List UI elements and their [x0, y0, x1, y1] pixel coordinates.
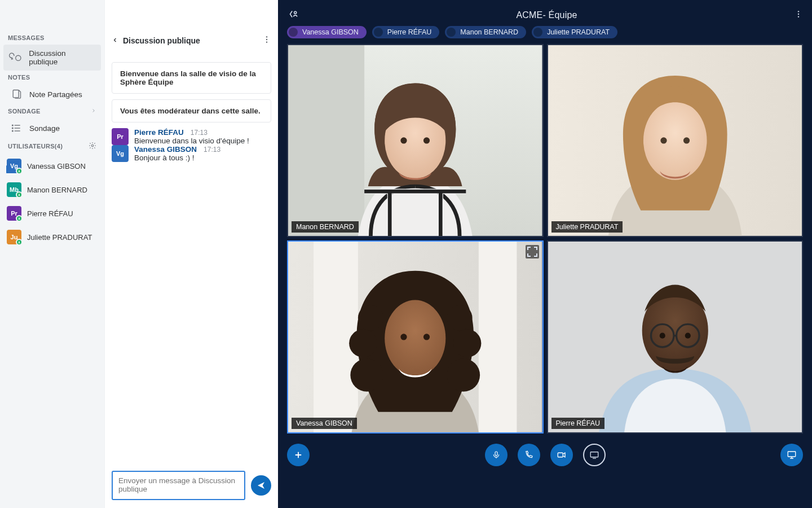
svg-point-32: [385, 300, 445, 376]
sidebar-item-notes-label: Note Partagées: [29, 90, 82, 99]
sidebar-item-discussion[interactable]: Discussion publique: [3, 45, 101, 71]
chat-panel: Discussion publique Bienvenue dans la sa…: [104, 0, 278, 508]
svg-rect-43: [590, 452, 598, 457]
avatar: Pr: [112, 128, 129, 145]
svg-rect-41: [495, 452, 497, 456]
video-panel: ACME- Équipe Vanessa GIBSONPierre RÉFAUM…: [278, 0, 812, 508]
svg-point-29: [453, 329, 482, 357]
sidebar-section-users-label: UTILISATEURS(4): [8, 143, 63, 150]
chat-icon: [10, 52, 22, 63]
chat-title-row[interactable]: Discussion publique: [112, 36, 200, 45]
chat-title-label: Discussion publique: [123, 36, 200, 45]
sidebar: MESSAGES Discussion publique NOTES Note …: [0, 0, 104, 508]
message-time: 17:13: [204, 146, 220, 154]
svg-point-39: [659, 332, 665, 338]
svg-point-8: [266, 39, 267, 40]
sidebar-section-notes-label: NOTES: [8, 74, 30, 81]
video-tile-label: Juliette PRADURAT: [551, 221, 623, 233]
sidebar-section-messages-label: MESSAGES: [8, 34, 45, 41]
sidebar-item-poll[interactable]: Sondage: [3, 118, 101, 138]
status-badge-icon: [16, 215, 23, 222]
svg-point-22: [683, 137, 689, 143]
pill-label: Manon BERNARD: [460, 28, 518, 36]
svg-point-4: [12, 130, 14, 132]
svg-point-31: [447, 358, 480, 392]
message-text: Bienvenue dans la visio d'équipe !: [134, 137, 249, 145]
svg-point-12: [798, 14, 799, 15]
expand-icon[interactable]: [526, 245, 539, 259]
notes-icon: [10, 89, 23, 100]
svg-point-27: [447, 305, 473, 331]
video-more-icon[interactable]: [794, 10, 803, 21]
svg-point-30: [350, 358, 383, 392]
chevron-left-icon[interactable]: [112, 36, 118, 45]
participant-pill[interactable]: Manon BERNARD: [445, 26, 526, 38]
welcome-card: Bienvenue dans la salle de visio de la S…: [112, 62, 271, 94]
sidebar-section-messages: MESSAGES: [0, 31, 104, 45]
toggle-users-icon[interactable]: [287, 8, 299, 23]
user-name: Juliette PRADURAT: [27, 233, 92, 242]
avatar: Pr: [7, 206, 21, 221]
pill-dot-icon: [289, 28, 298, 37]
svg-point-2: [12, 125, 14, 126]
pill-label: Juliette PRADURAT: [547, 28, 610, 36]
participant-pill[interactable]: Juliette PRADURAT: [532, 26, 617, 38]
avatar: Ju: [7, 230, 21, 244]
message-time: 17:13: [191, 129, 208, 137]
video-tile[interactable]: Vanessa GIBSON: [287, 240, 544, 433]
chat-message: Vg Vanessa GIBSON 17:13 Bonjour à tous :…: [112, 145, 271, 162]
message-author: Pierre RÉFAU: [134, 128, 184, 137]
gear-icon[interactable]: [89, 142, 96, 151]
list-icon: [10, 122, 23, 134]
video-tile[interactable]: Pierre RÉFAU: [547, 240, 804, 433]
participant-pill[interactable]: Vanessa GIBSON: [287, 26, 367, 38]
sidebar-section-users: UTILISATEURS(4): [0, 138, 104, 154]
welcome-card-text: Bienvenue dans la salle de visio de la S…: [120, 69, 256, 86]
avatar: Vg: [7, 159, 21, 173]
compose-input[interactable]: [112, 471, 245, 500]
sidebar-section-poll: SONDAGE: [0, 104, 104, 118]
video-tile[interactable]: Juliette PRADURAT: [547, 44, 804, 237]
svg-point-9: [266, 41, 267, 42]
moderator-card: Vous êtes modérateur dans cette salle.: [112, 99, 271, 122]
svg-point-26: [358, 305, 383, 331]
phone-button[interactable]: [518, 444, 540, 466]
user-name: Pierre RÉFAU: [27, 209, 73, 218]
sidebar-item-notes[interactable]: Note Partagées: [3, 84, 101, 104]
user-row[interactable]: Pr Pierre RÉFAU: [0, 202, 104, 225]
camera-button[interactable]: [550, 444, 573, 466]
svg-rect-42: [558, 453, 563, 457]
pill-label: Vanessa GIBSON: [302, 28, 359, 36]
user-name: Manon BERNARD: [27, 186, 87, 194]
message-author: Vanessa GIBSON: [134, 145, 197, 154]
svg-point-3: [12, 128, 14, 129]
video-tile-label: Pierre RÉFAU: [551, 418, 605, 429]
svg-point-10: [294, 11, 297, 14]
svg-point-11: [798, 11, 799, 12]
more-icon[interactable]: [262, 35, 271, 46]
sidebar-section-notes: NOTES: [0, 71, 104, 84]
svg-rect-44: [788, 452, 796, 457]
present-button[interactable]: [780, 444, 803, 466]
participant-pill[interactable]: Pierre RÉFAU: [372, 26, 440, 38]
screen-share-button[interactable]: [583, 444, 606, 466]
send-button[interactable]: [251, 475, 271, 496]
svg-point-33: [400, 334, 407, 340]
status-badge-icon: [16, 239, 23, 246]
add-action-button[interactable]: [287, 444, 310, 466]
svg-point-17: [400, 137, 407, 143]
user-name: Vanessa GIBSON: [27, 162, 86, 170]
mic-button[interactable]: [485, 444, 508, 466]
user-row[interactable]: Ju Juliette PRADURAT: [0, 225, 104, 249]
status-badge-icon: [16, 168, 23, 174]
user-row[interactable]: Vg Vanessa GIBSON: [0, 154, 104, 178]
message-text: Bonjour à tous :) !: [134, 154, 220, 162]
chat-message: Pr Pierre RÉFAU 17:13 Bienvenue dans la …: [112, 128, 271, 145]
video-tile-label: Vanessa GIBSON: [292, 418, 357, 429]
video-tile[interactable]: Manon BERNARD: [287, 44, 544, 237]
pill-dot-icon: [533, 28, 542, 37]
svg-point-5: [91, 144, 94, 147]
svg-point-7: [266, 36, 267, 37]
user-row[interactable]: Mb Manon BERNARD: [0, 178, 104, 202]
moderator-card-text: Vous êtes modérateur dans cette salle.: [120, 107, 261, 115]
